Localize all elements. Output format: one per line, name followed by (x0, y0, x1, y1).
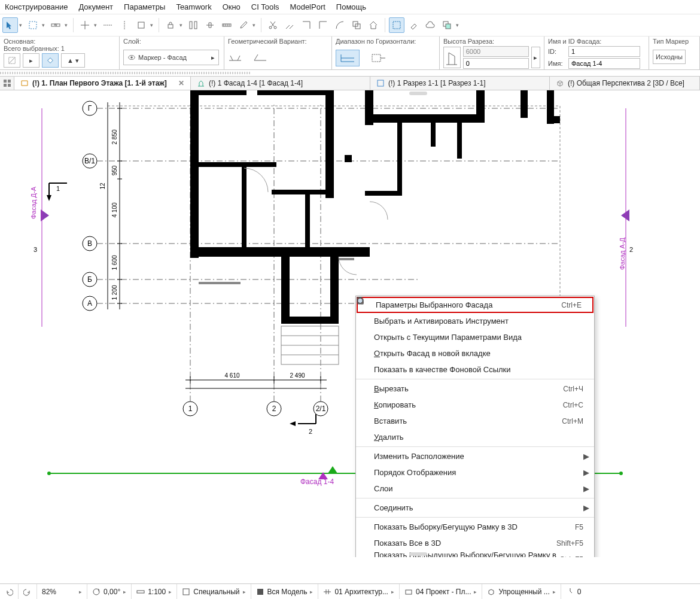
context-menu-item[interactable]: Слои▶ (356, 481, 594, 497)
menu-item[interactable]: ModelPort (290, 2, 325, 11)
lock-icon[interactable] (163, 17, 178, 33)
close-icon[interactable]: ✕ (178, 79, 184, 87)
triangle-icon[interactable]: ▲ ▾ (61, 53, 85, 68)
bucket-icon[interactable] (42, 53, 59, 68)
snap-zero[interactable]: 0 (561, 584, 586, 599)
tab-section[interactable]: (!) 1 Разрез 1-1 [1 Разрез 1-1] (370, 77, 550, 90)
scale-selector[interactable]: 1:100▸ (132, 584, 177, 599)
id-field[interactable] (568, 46, 640, 57)
menu-item[interactable]: Teamwork (176, 2, 211, 11)
dropdown-icon[interactable]: ▾ (252, 22, 257, 28)
scroll-grip-bottom[interactable] (409, 552, 427, 556)
dropdown-options[interactable]: ▸ (23, 53, 39, 68)
context-menu-item[interactable]: ВырезатьCtrl+Ч (356, 381, 594, 397)
svg-text:4 610: 4 610 (224, 372, 239, 379)
context-menu-item[interactable]: Порядок Отображения▶ (356, 464, 594, 481)
menu-item[interactable]: CI Tools (251, 2, 279, 11)
rotate-button[interactable]: 0,00°▸ (87, 584, 132, 599)
deselect-icon[interactable] (4, 53, 20, 68)
context-menu-item[interactable]: Открыть Фасад в новой вкладке (356, 345, 594, 361)
dropdown-icon[interactable]: ▾ (65, 22, 69, 28)
context-menu-item[interactable]: Удалить (356, 429, 594, 445)
menu-item[interactable]: Окно (223, 2, 241, 11)
context-menu-item[interactable]: Показать Все в 3DShift+F5 (356, 535, 594, 551)
zoom-label[interactable]: 82%▸ (37, 584, 87, 599)
context-menu-item[interactable]: Выбрать и Активировать Инструмент (356, 313, 594, 329)
offset-icon[interactable] (349, 17, 364, 33)
context-menu-item[interactable]: ВставитьCtrl+М (356, 413, 594, 429)
dropdown-icon[interactable]: ▾ (42, 22, 47, 28)
marquee-tool-icon[interactable] (25, 17, 41, 33)
context-menu-item[interactable]: Изменить Расположение▶ (356, 448, 594, 464)
model-selector[interactable]: Вся Модель▸ (251, 584, 319, 599)
box-icon[interactable] (133, 17, 149, 33)
extend-icon[interactable] (282, 17, 297, 33)
boolean-icon[interactable] (439, 17, 455, 33)
trim-icon[interactable] (299, 17, 314, 33)
geom-variant-2-icon[interactable] (253, 50, 267, 62)
context-menu-item[interactable]: Соединить▶ (356, 500, 594, 516)
tab-label: (!) 1. План Первого Этажа [1. 1-й этаж] (32, 79, 167, 87)
context-menu-item[interactable]: Параметры Выбранного ФасадаCtrl+E (357, 297, 594, 313)
redo-button[interactable] (19, 584, 37, 599)
range-option-1[interactable] (336, 50, 360, 66)
cloud-icon[interactable] (422, 17, 438, 33)
geom-variant-1-icon[interactable] (228, 50, 242, 62)
dropdown-icon[interactable]: ▾ (94, 22, 99, 28)
home-icon[interactable] (366, 17, 381, 33)
vertical-guide-icon[interactable] (117, 17, 132, 33)
dropdown-icon[interactable]: ▾ (179, 22, 184, 28)
cut-icon[interactable] (265, 17, 281, 33)
zero-value-field[interactable] (463, 58, 529, 69)
selection-mode-icon[interactable] (389, 17, 404, 33)
corner-icon[interactable] (315, 17, 331, 33)
project-selector[interactable]: 04 Проект - Пл...▸ (400, 584, 483, 599)
context-menu-item[interactable]: Показать Выборку/Бегущую Рамку в 3DF5 (356, 519, 594, 535)
dropper-icon[interactable] (236, 17, 251, 33)
menu-item[interactable]: Документ (78, 2, 113, 11)
svg-rect-12 (393, 22, 400, 29)
tab-plan[interactable]: (!) 1. План Первого Этажа [1. 1-й этаж] … (14, 77, 191, 90)
svg-marker-36 (621, 209, 629, 221)
context-menu-item[interactable]: Показать в качестве Фоновой Ссылки (356, 361, 594, 378)
arc-icon[interactable] (332, 17, 348, 33)
guide-icon[interactable] (100, 17, 115, 33)
measure-icon[interactable] (185, 17, 201, 33)
menu-item[interactable]: Параметры (124, 2, 165, 11)
svg-text:2: 2 (309, 428, 312, 435)
dimension-icon[interactable] (202, 17, 218, 33)
grid-view-icon[interactable] (0, 77, 14, 90)
dropdown-icon[interactable]: ▾ (150, 22, 155, 28)
svg-rect-115 (281, 257, 290, 323)
grip-bar[interactable] (0, 70, 700, 76)
render-mode-selector[interactable]: Упрощенный ...▸ (482, 584, 561, 599)
svg-rect-102 (334, 247, 370, 257)
context-menu-item[interactable]: Показать Предыдущую Выборку/Бегущую Рамк… (356, 551, 594, 557)
svg-rect-108 (431, 123, 436, 147)
special-selector[interactable]: Специальный▸ (177, 584, 251, 599)
context-menu-item[interactable]: КопироватьCtrl+C (356, 397, 594, 413)
drawing-canvas[interactable]: Фасад 1-4 Фасад Д-А 3 Фасад А-Д 2 1 2 Г … (0, 90, 700, 557)
ruler-icon[interactable] (219, 17, 235, 33)
grid-tool-icon[interactable]: xy (48, 17, 63, 33)
context-menu-item[interactable]: Открыть с Текущими Параметрами Вида (356, 329, 594, 345)
snap-icon[interactable] (77, 17, 93, 33)
arrow-tool-icon[interactable] (2, 17, 18, 33)
tab-elevation[interactable]: (!) 1 Фасад 1-4 [1 Фасад 1-4] (191, 77, 370, 90)
menu-item[interactable]: Конструирование (5, 2, 68, 11)
menu-item[interactable]: Помощь (336, 2, 366, 11)
tab-3d[interactable]: (!) Общая Перспектива 2 [3D / Все] (550, 77, 700, 90)
layer-selector[interactable]: Маркер - Фасад ▸ (123, 50, 219, 65)
tab-bar: (!) 1. План Первого Этажа [1. 1-й этаж] … (0, 76, 700, 90)
arch-selector[interactable]: 01 Архитектур...▸ (318, 584, 400, 599)
name-field[interactable] (568, 58, 640, 69)
expand-icon[interactable]: ▸ (531, 47, 540, 68)
dropdown-icon[interactable]: ▾ (19, 22, 24, 28)
section-icon[interactable] (443, 47, 461, 68)
dropdown-icon[interactable]: ▾ (456, 22, 461, 28)
default-button[interactable]: Исходны (653, 50, 686, 64)
undo-button[interactable] (0, 584, 19, 599)
eraser-icon[interactable] (406, 17, 421, 33)
range-option-2[interactable] (367, 50, 391, 66)
svg-rect-117 (199, 282, 241, 284)
